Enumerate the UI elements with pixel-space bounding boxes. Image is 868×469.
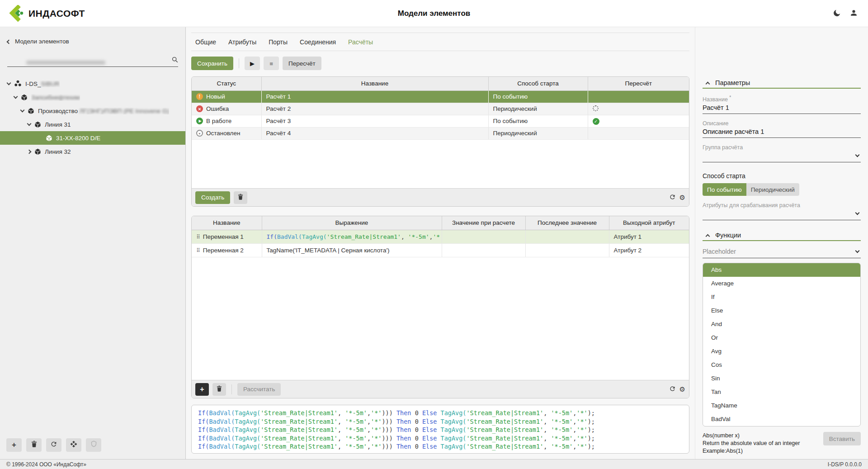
logo-text: ИНДАСОФТ (28, 8, 85, 19)
function-item-tagname[interactable]: TagName (703, 399, 860, 412)
sidebar: Модели элементов I-DS_SIBUR (0, 27, 186, 459)
section-title: Параметры (715, 79, 750, 86)
start-calc-button[interactable]: ▶ (245, 57, 260, 70)
search-input[interactable] (7, 55, 178, 67)
tree-item-line-32[interactable]: Линия 32 (0, 145, 185, 158)
function-item-if[interactable]: If (703, 290, 860, 304)
drag-handle-icon[interactable]: ⠿ (196, 234, 200, 240)
chevron-down-icon[interactable] (20, 108, 25, 113)
tree-item-selected-element[interactable]: 31-XX-8200 D/E (0, 131, 185, 145)
tree-item-label: Запсибнефтехим (31, 94, 80, 101)
table-settings-button[interactable]: ⚙ (679, 194, 685, 202)
add-element-button[interactable]: + (6, 438, 22, 452)
drag-handle-icon[interactable]: ⠿ (196, 247, 200, 254)
delete-element-button[interactable] (26, 438, 42, 452)
indasoft-logo-icon (7, 5, 24, 22)
vars-settings-button[interactable]: ⚙ (679, 385, 685, 393)
cube-icon (21, 94, 28, 101)
chevron-down-icon[interactable] (7, 81, 11, 85)
function-item-or[interactable]: Or (703, 331, 860, 345)
calc-row-2[interactable]: ×Ошибка Расчёт 2 Периодический (192, 103, 689, 115)
trash-icon (31, 441, 37, 450)
chevron-down-icon[interactable] (27, 122, 32, 126)
tree-item-production[interactable]: Производство ЛГ(ЭНГ)/ПЭВП (PE Innovene G… (0, 104, 185, 118)
tab-connections[interactable]: Соединения (300, 38, 336, 46)
function-item-tan[interactable]: Tan (703, 385, 860, 399)
start-mode-by-event[interactable]: По событию (703, 183, 746, 196)
start-mode-label: Способ старта (703, 172, 861, 180)
toolbar-divider (231, 384, 232, 394)
function-item-badval[interactable]: BadVal (703, 412, 860, 426)
plus-icon: + (12, 441, 16, 450)
var-row-1[interactable]: ⠿Переменная 1 If(BadVal(TagAvg('Stream_R… (192, 230, 689, 243)
function-item-and[interactable]: And (703, 317, 860, 331)
chevron-right-icon[interactable] (27, 149, 32, 154)
variables-table-card: Название Выражение Значение при расчете … (191, 216, 689, 398)
calculate-button[interactable]: Рассчитать (237, 383, 281, 396)
calc-group-select[interactable] (703, 151, 861, 162)
var-row-2[interactable]: ⠿Переменная 2 TagName('IT_METADATA | Сер… (192, 243, 689, 257)
save-button[interactable]: Сохранить (191, 57, 233, 70)
calc-row-4[interactable]: ■Остановлен Расчёт 4 Периодический (192, 127, 689, 139)
tab-ports[interactable]: Порты (269, 38, 288, 46)
calc-row-1[interactable]: !Новый Расчёт 1 По событию (192, 90, 689, 103)
function-item-abs[interactable]: Abs (703, 263, 860, 277)
code-line: If(BadVal(TagAvg('Stream_Rate|Stream1', … (198, 434, 683, 443)
search-icon (172, 57, 178, 65)
function-item-sin[interactable]: Sin (703, 372, 860, 385)
chevron-down-icon[interactable] (14, 95, 18, 99)
user-menu-button[interactable] (849, 9, 858, 19)
security-button[interactable] (86, 438, 101, 452)
refresh-table-button[interactable] (669, 194, 676, 202)
chevron-down-icon (855, 152, 860, 157)
main-content: Общие Атрибуты Порты Соединения Расчёты … (186, 27, 695, 459)
tab-calculations[interactable]: Расчёты (348, 38, 373, 46)
function-item-average[interactable]: Average (703, 277, 860, 290)
status-bar: © 1996-2024 ООО «ИндаСофт» I-DS/P 0.0.0.… (0, 459, 868, 469)
expression-code[interactable]: If(BadVal(TagAvg('Stream_Rate|Stream1', … (267, 233, 440, 240)
calculations-table-card: Статус Название Способ старта Пересчёт !… (191, 76, 689, 207)
insert-function-button[interactable]: Вставить (823, 432, 861, 445)
function-category-select[interactable]: Placeholder (703, 246, 861, 258)
table-empty-area (192, 257, 689, 380)
stop-calc-button[interactable]: ■ (264, 57, 279, 70)
function-signature: Abs(number x) (703, 432, 823, 440)
cube-icon (46, 135, 52, 142)
create-calc-button[interactable]: Создать (195, 191, 230, 204)
recalc-cell: ✓ (588, 115, 689, 127)
trigger-attrs-select[interactable] (703, 208, 861, 220)
start-mode-periodic[interactable]: Периодический (746, 183, 799, 196)
function-item-cos[interactable]: Cos (703, 358, 860, 372)
theme-toggle-button[interactable] (833, 9, 841, 19)
tree-item-root[interactable]: I-DS_SIBUR (0, 77, 185, 90)
tree-item-plant[interactable]: Запсибнефтехим (0, 90, 185, 104)
tree-item-line-31[interactable]: Линия 31 (0, 118, 185, 131)
col-expression: Выражение (262, 216, 442, 230)
recalc-button[interactable]: Пересчёт (283, 57, 321, 70)
gear-icon: ⚙ (679, 385, 685, 393)
calc-value-cell (442, 230, 525, 243)
move-element-button[interactable] (66, 438, 81, 452)
refresh-tree-button[interactable] (46, 438, 61, 452)
section-parameters[interactable]: Параметры (703, 78, 861, 89)
description-field[interactable]: Описание расчёта 1 (703, 127, 861, 138)
function-item-else[interactable]: Else (703, 304, 860, 317)
vars-table-toolbar: + Рассчитать ⚙ (192, 380, 689, 398)
tab-general[interactable]: Общие (195, 38, 216, 46)
refresh-vars-button[interactable] (669, 385, 676, 393)
version-text: I-DS/P 0.0.0.0 (828, 461, 862, 468)
refresh-icon (669, 385, 676, 393)
section-functions[interactable]: Функции (703, 230, 861, 241)
page-title: Модели элементов (0, 9, 868, 18)
delete-calc-button[interactable] (234, 191, 247, 204)
status-stopped-icon: ■ (196, 130, 203, 137)
recalc-cell (588, 90, 689, 103)
name-field[interactable]: Расчёт 1 (703, 103, 861, 114)
expression-editor[interactable]: If(BadVal(TagAvg('Stream_Rate|Stream1', … (191, 405, 689, 454)
delete-variable-button[interactable] (212, 383, 226, 396)
calc-row-3[interactable]: ▶В работе Расчёт 3 По событию ✓ (192, 115, 689, 127)
back-nav[interactable]: Модели элементов (0, 36, 185, 46)
add-variable-button[interactable]: + (195, 383, 209, 396)
tab-attributes[interactable]: Атрибуты (228, 38, 256, 46)
function-item-avg[interactable]: Avg (703, 345, 860, 358)
